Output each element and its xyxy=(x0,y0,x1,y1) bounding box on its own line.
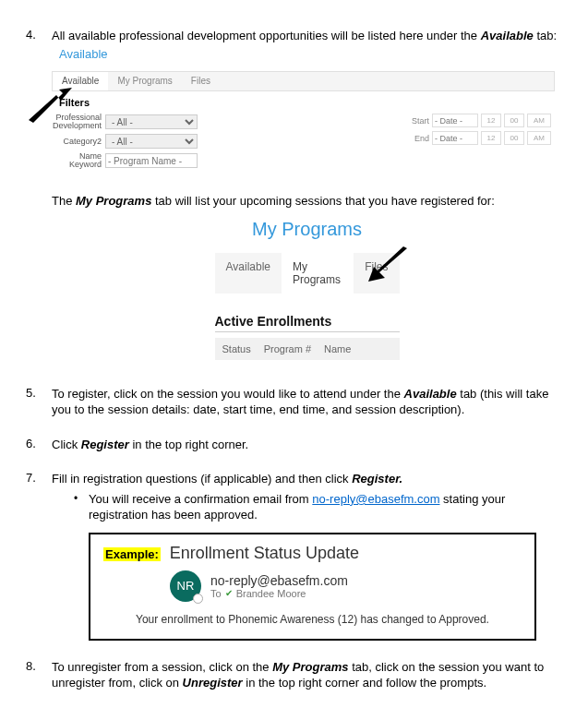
from-block: no-reply@ebasefm.com To ✔ Brandee Moore xyxy=(210,573,348,599)
select-cat2[interactable]: - All - xyxy=(105,134,198,149)
filters-heading: Filters xyxy=(52,91,555,114)
input-keyword[interactable] xyxy=(105,153,198,168)
step-text: To register, click on the session you wo… xyxy=(52,386,562,418)
arrow-icon xyxy=(24,88,72,125)
step-text: Fill in registration questions (if appli… xyxy=(52,471,562,487)
active-enrollments-header: Status Program # Name xyxy=(215,338,400,360)
step-num: 4. xyxy=(26,28,36,42)
step-text: Click Register in the top right corner. xyxy=(52,437,562,453)
text-bold: My Programs xyxy=(272,660,348,674)
text: All available professional development o… xyxy=(52,29,481,42)
svg-marker-0 xyxy=(29,88,72,123)
email-body: Your enrollment to Phonemic Awareness (1… xyxy=(103,613,522,626)
text: You will receive a confirmation email fr… xyxy=(89,492,312,506)
input-end-date[interactable] xyxy=(432,131,478,145)
to-label: To xyxy=(210,588,222,599)
step-num: 7. xyxy=(26,471,36,485)
label-keyword: Name Keyword xyxy=(52,152,105,169)
email-link[interactable]: no-reply@ebasefm.com xyxy=(312,492,439,506)
example-box: Example: Enrollment Status Update NR no-… xyxy=(89,533,536,641)
step-text: To unregister from a session, click on t… xyxy=(52,659,562,691)
select-pd[interactable]: - All - xyxy=(105,114,198,129)
input-start-hour[interactable] xyxy=(481,114,501,127)
tab-my-programs[interactable]: My Programs xyxy=(108,72,181,90)
input-start-ampm[interactable] xyxy=(527,114,551,127)
available-link: Available xyxy=(52,46,562,63)
check-icon: ✔ xyxy=(225,588,233,598)
col-name: Name xyxy=(324,343,351,354)
step-text: All available professional development o… xyxy=(52,28,562,62)
tab-my-programs-2[interactable]: My Programs xyxy=(282,253,354,294)
from-address: no-reply@ebasefm.com xyxy=(210,573,348,588)
col-status: Status xyxy=(222,343,251,354)
label-end: End xyxy=(405,134,429,143)
filter-left: Professional Development - All - Categor… xyxy=(52,114,236,173)
col-program: Program # xyxy=(264,343,311,354)
step-4: 4. All available professional developmen… xyxy=(26,28,562,360)
avatar: NR xyxy=(170,570,201,602)
text: tab will list your upcoming sessions tha… xyxy=(151,194,494,208)
active-enrollments-title: Active Enrollments xyxy=(215,314,400,332)
text: tab: xyxy=(534,29,557,42)
screenshot-my-programs: My Programs Available My Programs Files xyxy=(215,219,400,294)
filter-rows: Professional Development - All - Categor… xyxy=(52,114,555,173)
email-subject: Enrollment Status Update xyxy=(170,544,359,563)
my-programs-title: My Programs xyxy=(215,219,400,240)
text: Click xyxy=(52,438,81,451)
input-end-min[interactable] xyxy=(504,131,524,145)
arrow-icon xyxy=(366,246,409,282)
label-cat2: Category2 xyxy=(52,138,105,146)
text: The xyxy=(52,194,76,208)
input-start-date[interactable] xyxy=(432,114,478,127)
label-start: Start xyxy=(405,116,429,126)
filter-right: Start End xyxy=(236,114,555,173)
text-bold: Available xyxy=(481,29,534,42)
text: in the top right corner. xyxy=(129,438,248,451)
tab-available-2[interactable]: Available xyxy=(215,253,282,294)
to-name: Brandee Moore xyxy=(236,588,306,599)
tabs-row: Available My Programs Files xyxy=(52,71,555,91)
text: in the top right corner and follow the p… xyxy=(243,676,486,690)
svg-marker-1 xyxy=(368,246,407,282)
text-bold: My Programs xyxy=(76,194,151,208)
text-bold: Register xyxy=(81,438,129,451)
bullet: You will receive a confirmation email fr… xyxy=(52,491,562,523)
step-num: 5. xyxy=(26,386,36,400)
text-bold: Available xyxy=(404,387,457,401)
step-5: 5. To register, click on the session you… xyxy=(26,386,562,418)
screenshot-available-tab: Available My Programs Files Filters Prof… xyxy=(52,71,555,173)
text-bold: Register. xyxy=(352,472,402,486)
step-6: 6. Click Register in the top right corne… xyxy=(26,437,562,453)
text: To unregister from a session, click on t… xyxy=(52,660,272,674)
input-start-min[interactable] xyxy=(504,114,524,127)
step-8: 8. To unregister from a session, click o… xyxy=(26,659,562,691)
input-end-ampm[interactable] xyxy=(527,131,551,145)
step-num: 8. xyxy=(26,659,36,673)
tab-files[interactable]: Files xyxy=(182,72,220,90)
active-enrollments-block: Active Enrollments Status Program # Name xyxy=(215,314,400,360)
step-7: 7. Fill in registration questions (if ap… xyxy=(26,471,562,641)
input-end-hour[interactable] xyxy=(481,131,501,145)
text: To register, click on the session you wo… xyxy=(52,387,404,401)
text: Fill in registration questions (if appli… xyxy=(52,472,352,486)
text-bold: Unregister xyxy=(183,676,243,690)
example-label: Example: xyxy=(103,547,161,561)
mid-text: The My Programs tab will list your upcom… xyxy=(52,193,562,210)
step-num: 6. xyxy=(26,437,36,450)
